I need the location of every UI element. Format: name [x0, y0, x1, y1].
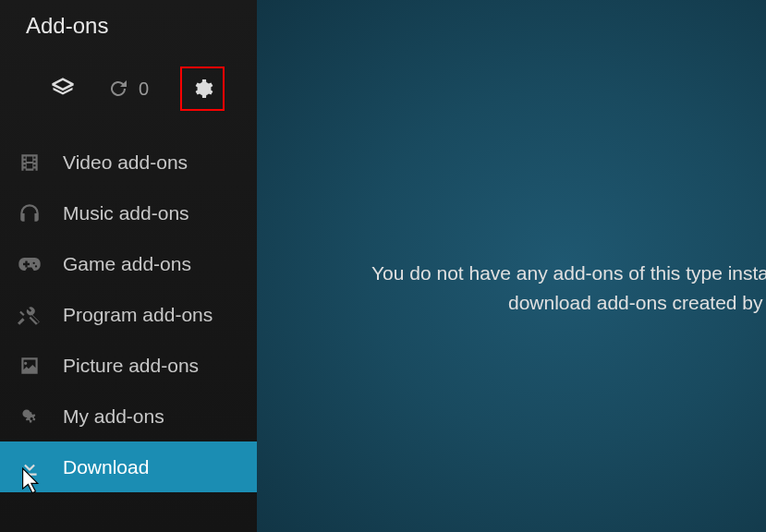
- sidebar-item-label: Game add-ons: [63, 253, 191, 275]
- sidebar-item-label: Music add-ons: [63, 202, 189, 224]
- message-line1: You do not have any add-ons of this type…: [303, 259, 748, 288]
- headphones-icon: [17, 200, 43, 226]
- tools-icon: [17, 302, 43, 328]
- sidebar-item-program-addons[interactable]: Program add-ons: [0, 289, 257, 340]
- sidebar-list: Video add-ons Music add-ons Game add-ons…: [0, 137, 257, 492]
- sidebar-item-game-addons[interactable]: Game add-ons: [0, 238, 257, 289]
- package-button[interactable]: [41, 66, 85, 111]
- sidebar-item-music-addons[interactable]: Music add-ons: [0, 187, 257, 238]
- picture-icon: [17, 353, 43, 379]
- sidebar: Add-ons 0 Video add-ons: [0, 0, 257, 532]
- sidebar-item-label: Video add-ons: [63, 151, 188, 174]
- refresh-count: 0: [139, 79, 149, 100]
- box-open-icon: [50, 76, 76, 102]
- sidebar-item-picture-addons[interactable]: Picture add-ons: [0, 340, 257, 391]
- settings-button[interactable]: [180, 66, 225, 111]
- sidebar-item-video-addons[interactable]: Video add-ons: [0, 137, 257, 187]
- sidebar-item-my-addons[interactable]: My add-ons: [0, 391, 257, 441]
- sidebar-item-download[interactable]: Download: [0, 441, 257, 492]
- empty-state-message: You do not have any add-ons of this type…: [257, 259, 766, 317]
- refresh-icon: [107, 78, 129, 100]
- sidebar-item-label: Picture add-ons: [63, 355, 199, 377]
- main-content: You do not have any add-ons of this type…: [257, 0, 766, 532]
- gamepad-icon: [17, 251, 43, 277]
- page-title: Add-ons: [0, 0, 257, 48]
- gear-icon: [191, 77, 213, 101]
- sidebar-item-label: Program add-ons: [63, 304, 213, 326]
- message-line2: download add-ons created by our cor: [303, 288, 748, 318]
- sidebar-item-label: My add-ons: [63, 405, 164, 428]
- toolbar: 0: [0, 48, 257, 137]
- sidebar-item-label: Download: [63, 456, 149, 478]
- film-icon: [17, 150, 43, 175]
- refresh-button[interactable]: 0: [107, 78, 149, 100]
- download-icon: [17, 454, 43, 480]
- gears-icon: [17, 404, 43, 429]
